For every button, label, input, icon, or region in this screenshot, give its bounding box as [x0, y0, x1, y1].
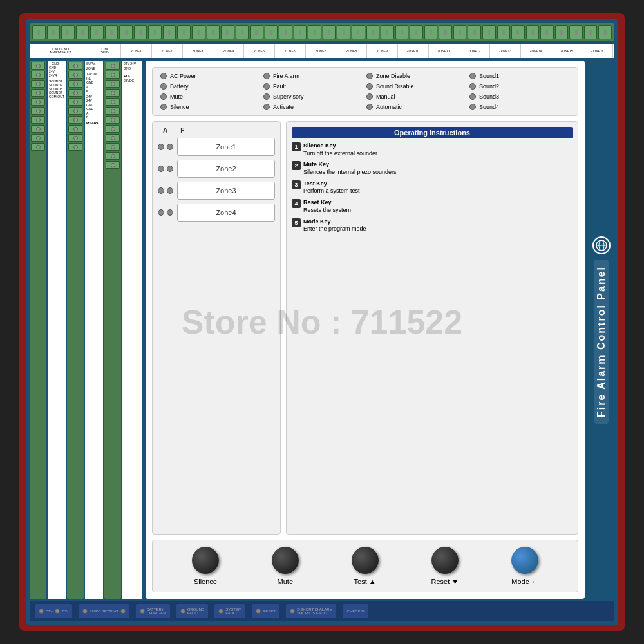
screw: [111, 163, 115, 167]
component-dot: [256, 609, 261, 614]
indicator-supervisory: Supervisory: [263, 93, 364, 100]
terminal-block: [468, 25, 481, 39]
bottom-strip: BT+ BT- SUPV. SETTING BATTERYCHARGER GRO…: [30, 601, 614, 621]
label-fire-alarm: Fire Alarm: [273, 73, 299, 79]
screw: [111, 136, 115, 140]
panel-title-label: Fire Alarm Control Panel: [594, 260, 609, 424]
term-block: [31, 116, 45, 124]
zone4-button[interactable]: Zone4: [177, 204, 275, 222]
indicator-sound1: Sound1: [469, 73, 570, 79]
term-block: [106, 89, 120, 97]
term-label-strip: + GND GND 24V 24VR SOUND1 SOUND2 SOUND3 …: [48, 61, 66, 599]
screw: [73, 100, 78, 104]
reset-button[interactable]: [431, 547, 459, 574]
term-block: [31, 89, 45, 97]
term-block: [106, 98, 120, 106]
screw: [73, 64, 78, 68]
term-block: [68, 125, 82, 133]
label-battery: Battery: [170, 83, 189, 90]
term-block: [31, 125, 45, 133]
zone-header-a: A: [163, 127, 167, 134]
terminal-group-3: [104, 61, 121, 599]
label-activate: Activate: [273, 104, 294, 110]
indicator-sound2: Sound2: [469, 83, 570, 90]
label-cell-zone9: ZONE9: [367, 44, 398, 58]
led-battery: [160, 83, 167, 90]
zone3-button[interactable]: Zone3: [177, 182, 275, 200]
instr-num-5: 5: [292, 218, 301, 227]
led-fault: [263, 83, 270, 90]
mute-button[interactable]: [272, 547, 299, 574]
term-block: [68, 89, 82, 97]
component-dot: [290, 609, 295, 614]
led-zone-disable: [366, 73, 373, 79]
screw: [36, 109, 41, 113]
label-sound2: Sound2: [479, 83, 499, 90]
label-sound1: Sound1: [479, 73, 499, 79]
term-block: [68, 98, 82, 106]
main-body: + GND GND 24V 24VR SOUND1 SOUND2 SOUND3 …: [30, 61, 614, 599]
term-block: [106, 134, 120, 142]
zone2-led-f: [167, 166, 173, 172]
instruction-3: 3 Test Key Perform a system test: [292, 180, 573, 195]
term-block: [31, 80, 45, 88]
zone1-led-a: [158, 144, 164, 150]
terminal-block: [279, 25, 292, 39]
label-cell-zone8: ZONE8: [336, 44, 367, 58]
ground-fault-component: GROUNDFAULT: [176, 604, 209, 618]
terminal-block: [294, 25, 307, 39]
reset-component: RESET: [252, 604, 279, 618]
led-fire-alarm: [263, 73, 270, 79]
term-block: [68, 71, 82, 79]
supv-component: SUPV. SETTING: [79, 604, 129, 618]
test-button[interactable]: [352, 547, 379, 574]
zone-row-1: Zone1: [158, 138, 275, 156]
screw: [36, 82, 41, 86]
screw: [73, 91, 78, 95]
zone1-button[interactable]: Zone1: [177, 138, 275, 156]
label-zone-disable: Zone Disable: [376, 73, 410, 79]
zone2-button[interactable]: Zone2: [177, 160, 275, 178]
led-activate: [263, 104, 270, 110]
indicator-silence: Silence: [160, 104, 261, 110]
terminal-block: [569, 25, 583, 39]
led-sound4: [469, 104, 476, 110]
zone1-leds: [158, 144, 173, 150]
led-ac-power: [160, 73, 167, 79]
mute-label: Mute: [278, 578, 293, 585]
terminal-block: [192, 25, 205, 39]
label-manual: Manual: [376, 93, 395, 100]
bottom-section: A F Zone1: [152, 121, 578, 535]
label-cell-zone16: ZONE16: [582, 44, 613, 58]
indicator-fault: Fault: [263, 83, 364, 90]
battery-charger-component: BATTERYCHARGER: [136, 604, 170, 618]
terminal-block: [381, 25, 394, 39]
terminal-block: [526, 25, 540, 39]
instr-text-2: Mute Key Silences the internal piezo sou…: [303, 161, 397, 176]
instr-num-4: 4: [292, 199, 301, 208]
term-block: [31, 98, 45, 106]
screw: [73, 145, 78, 149]
terminal-block: [482, 25, 496, 39]
test-label: Test ▲: [354, 578, 376, 585]
screw: [36, 91, 41, 95]
screw: [111, 73, 115, 77]
label-fault: Fault: [273, 83, 286, 90]
zone-row-4: Zone4: [158, 204, 275, 222]
label-cell-zone7: ZONE7: [306, 44, 337, 58]
indicator-sound4: Sound4: [469, 104, 570, 110]
terminal-block: [250, 25, 263, 39]
label-cell-alarm: C NO C NO ALARM FAULT: [31, 44, 90, 58]
button-section: Silence Mute Test ▲ Reset ▼: [152, 540, 578, 592]
screw: [36, 73, 41, 77]
indicator-fire-alarm: Fire Alarm: [263, 73, 364, 79]
outer-frame: C NO C NO ALARM FAULT C NO SUPV. ZONE1 Z…: [19, 13, 625, 631]
silence-button[interactable]: [192, 547, 219, 574]
label-cell-zone14: ZONE14: [521, 44, 552, 58]
silence-btn-item: Silence: [192, 547, 219, 585]
zone-header: A F: [158, 127, 275, 134]
led-sound1: [469, 73, 476, 79]
mode-button[interactable]: [511, 547, 538, 574]
instr-text-3: Test Key Perform a system test: [303, 180, 360, 195]
screw: [36, 127, 41, 131]
